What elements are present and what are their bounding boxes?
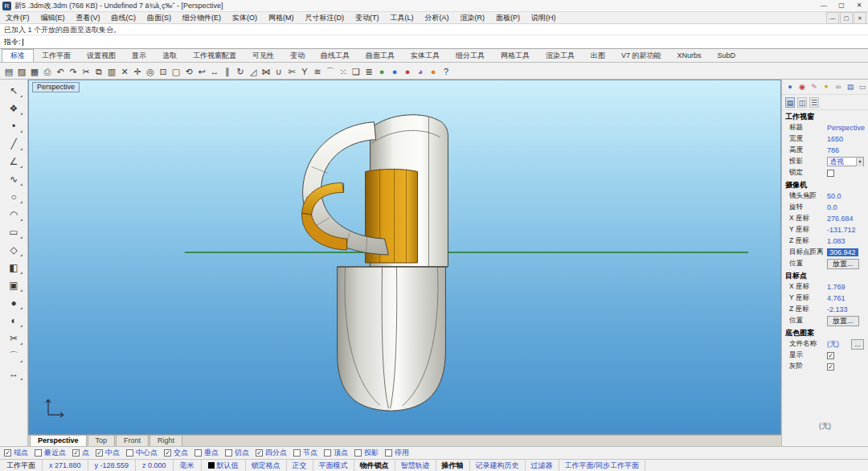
fillet-icon[interactable]: ⌒	[324, 64, 337, 78]
ribbon-tab-9[interactable]: 曲线工具	[313, 50, 358, 62]
ribbon-tab-7[interactable]: 可见性	[244, 50, 282, 62]
scale-object-icon[interactable]: ◿	[247, 64, 260, 78]
cplane-button[interactable]: 工作平面	[0, 460, 43, 471]
perspective-viewport[interactable]: Perspective	[28, 80, 781, 435]
monitor-tab-icon[interactable]: ▭	[858, 82, 867, 92]
viewport-tab-perspective[interactable]: Perspective	[30, 435, 87, 446]
lights-tab-icon[interactable]: ✦	[821, 82, 831, 92]
osnap-交点[interactable]: ✓交点	[164, 448, 188, 458]
osnap-checkbox-点[interactable]: ✓	[72, 449, 80, 457]
osnap-节点[interactable]: 节点	[293, 448, 317, 458]
zoom-dynamic-icon[interactable]: ◎	[144, 64, 157, 78]
place-button[interactable]: 放置...	[827, 316, 859, 326]
polygon-icon[interactable]: ◇	[3, 241, 24, 258]
osnap-切点[interactable]: 切点	[225, 448, 249, 458]
rotate-view-icon[interactable]: ⟲	[182, 64, 195, 78]
units-pane[interactable]: 毫米	[174, 460, 202, 471]
menu-item-1[interactable]: 文件(F)	[0, 12, 35, 23]
minimize-button[interactable]: —	[815, 0, 833, 11]
layers-icon[interactable]: ≣	[362, 64, 375, 78]
trim-tool-icon[interactable]: ✂	[3, 330, 24, 346]
mdi-restore-button[interactable]: ▢	[840, 12, 853, 24]
surface-icon[interactable]: ◧	[3, 259, 24, 276]
ribbon-tab-13[interactable]: 网格工具	[493, 50, 538, 62]
status-toggle-正交[interactable]: 正交	[287, 460, 313, 471]
menu-item-3[interactable]: 查看(V)	[71, 12, 106, 23]
cut-icon[interactable]: ✂	[80, 64, 92, 78]
checkbox-锁定[interactable]	[827, 170, 834, 177]
osnap-checkbox-垂点[interactable]	[194, 449, 202, 457]
ribbon-tab-17[interactable]: XNurbs	[669, 50, 710, 62]
line-icon[interactable]: ╱	[3, 135, 24, 152]
browse-button[interactable]: ...	[851, 339, 864, 350]
maximize-button[interactable]: ▢	[833, 0, 850, 11]
osnap-checkbox-顶点[interactable]	[324, 449, 331, 457]
point-icon[interactable]: •	[3, 117, 24, 134]
osnap-checkbox-切点[interactable]	[225, 449, 232, 457]
checkbox-灰阶[interactable]: ✓	[827, 363, 834, 371]
osnap-垂点[interactable]: 垂点	[194, 448, 219, 458]
undo-icon[interactable]: ↶	[54, 64, 67, 78]
osnap-checkbox-中心点[interactable]	[126, 449, 133, 457]
osnap-顶点[interactable]: 顶点	[324, 448, 348, 458]
status-toggle-过滤器[interactable]: 过滤器	[526, 460, 559, 471]
ribbon-tab-8[interactable]: 变动	[282, 50, 313, 62]
osnap-中点[interactable]: ✓中点	[96, 448, 120, 458]
viewport-tab-right[interactable]: Right	[149, 435, 182, 446]
close-button[interactable]: ✕	[850, 0, 868, 11]
surface-capsule[interactable]	[338, 267, 446, 411]
ribbon-tab-4[interactable]: 显示	[124, 50, 154, 62]
ribbon-tab-2[interactable]: 工作平面	[34, 50, 79, 62]
page-viewport-icon[interactable]: ◫	[797, 97, 807, 108]
circle-icon[interactable]: ○	[3, 188, 24, 205]
menu-item-4[interactable]: 曲线(C)	[106, 12, 142, 23]
ribbon-tab-1[interactable]: 标准	[2, 49, 34, 62]
ribbon-tab-3[interactable]: 设置视图	[79, 50, 124, 62]
ribbon-tab-12[interactable]: 细分工具	[448, 50, 493, 62]
command-input[interactable]: 指令:	[0, 35, 868, 48]
osnap-checkbox-停用[interactable]	[385, 449, 392, 457]
projection-dropdown[interactable]: 透视▾	[827, 157, 864, 166]
menu-item-13[interactable]: 渲染(R)	[455, 12, 491, 23]
status-toggle-操作轴[interactable]: 操作轴	[436, 460, 470, 471]
copy-object-icon[interactable]: ∥	[221, 64, 234, 78]
menu-item-7[interactable]: 实体(O)	[227, 12, 263, 23]
zoom-window-icon[interactable]: ⊡	[157, 64, 170, 78]
select-cursor-icon[interactable]: ↖	[3, 82, 24, 99]
freeform-curve-icon[interactable]: ∿	[3, 170, 24, 187]
fillet-tool-icon[interactable]: ⌒	[3, 347, 24, 364]
paste-icon[interactable]: ▥	[105, 64, 118, 78]
ribbon-tab-11[interactable]: 实体工具	[403, 50, 448, 62]
ribbon-tab-5[interactable]: 选取	[154, 50, 185, 62]
menu-item-8[interactable]: 网格(M)	[263, 12, 300, 23]
arc-icon[interactable]: ◠	[3, 206, 24, 223]
zoom-extents-icon[interactable]: ▢	[170, 64, 182, 78]
mdi-minimize-button[interactable]: —	[826, 12, 839, 24]
menu-item-6[interactable]: 细分物件(E)	[177, 12, 227, 23]
properties-tab-icon[interactable]: ●	[785, 82, 795, 92]
array-icon[interactable]: ⁙	[337, 64, 350, 78]
trim-icon[interactable]: ✄	[285, 64, 298, 78]
ghosted-mode-icon[interactable]: ●	[401, 64, 414, 78]
display-tab-icon[interactable]: ◉	[797, 82, 807, 92]
viewport-tab-front[interactable]: Front	[116, 435, 149, 446]
copy-icon[interactable]: ⧉	[92, 64, 105, 78]
box-icon[interactable]: ▣	[3, 276, 24, 293]
menu-item-5[interactable]: 曲面(S)	[141, 12, 177, 23]
open-file-icon[interactable]: ▨	[15, 64, 28, 78]
boolean-union-icon[interactable]: ◐	[3, 312, 24, 329]
new-file-icon[interactable]: ▤	[2, 64, 15, 78]
status-toggle-工作平面/同步工作平面[interactable]: 工作平面/同步工作平面	[559, 460, 646, 471]
osnap-点[interactable]: ✓点	[72, 448, 89, 458]
status-toggle-智慧轨迹[interactable]: 智慧轨迹	[395, 460, 436, 471]
shaded-mode-icon[interactable]: ●	[375, 64, 388, 78]
sphere-icon[interactable]: ●	[3, 294, 24, 311]
polyline-icon[interactable]: ∠	[3, 153, 24, 170]
print-icon[interactable]: ⎙	[41, 64, 54, 78]
layer-pane[interactable]: 默认值	[202, 460, 246, 471]
ribbon-tab-18[interactable]: SubD	[710, 50, 744, 62]
pan-view-icon[interactable]: ✛	[131, 64, 144, 78]
mirror-icon[interactable]: ⋈	[260, 64, 272, 78]
status-toggle-平面模式[interactable]: 平面模式	[313, 460, 354, 471]
dimension-icon[interactable]: ↔	[3, 365, 24, 382]
